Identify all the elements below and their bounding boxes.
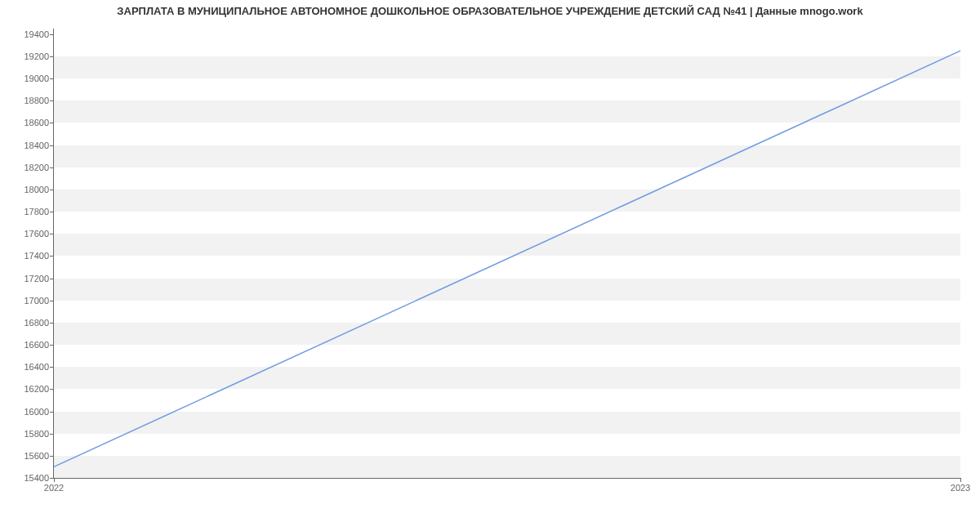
y-tick-mark xyxy=(50,145,54,146)
y-tick-mark xyxy=(50,323,54,324)
y-tick-mark xyxy=(50,34,54,35)
y-tick-mark xyxy=(50,256,54,257)
series-line xyxy=(54,51,960,466)
y-tick-mark xyxy=(50,212,54,212)
line-layer xyxy=(54,29,960,478)
y-tick-mark xyxy=(50,56,54,57)
chart-container: ЗАРПЛАТА В МУНИЦИПАЛЬНОЕ АВТОНОМНОЕ ДОШК… xyxy=(0,0,980,531)
plot-area: 1540015600158001600016200164001660016800… xyxy=(53,29,960,479)
y-tick-mark xyxy=(50,301,54,301)
y-tick-mark xyxy=(50,367,54,368)
y-tick-mark xyxy=(50,167,54,168)
y-tick-mark xyxy=(50,78,54,79)
y-tick-mark xyxy=(50,389,54,390)
y-tick-mark xyxy=(50,412,54,413)
y-tick-mark xyxy=(50,434,54,435)
y-tick-mark xyxy=(50,279,54,279)
y-tick-mark xyxy=(50,456,54,457)
chart-title: ЗАРПЛАТА В МУНИЦИПАЛЬНОЕ АВТОНОМНОЕ ДОШК… xyxy=(0,5,980,17)
x-tick-mark xyxy=(54,478,55,482)
x-tick-mark xyxy=(960,478,961,482)
y-tick-mark xyxy=(50,100,54,101)
y-tick-mark xyxy=(50,234,54,234)
y-tick-mark xyxy=(50,190,54,190)
y-tick-mark xyxy=(50,123,54,123)
y-tick-mark xyxy=(50,345,54,346)
